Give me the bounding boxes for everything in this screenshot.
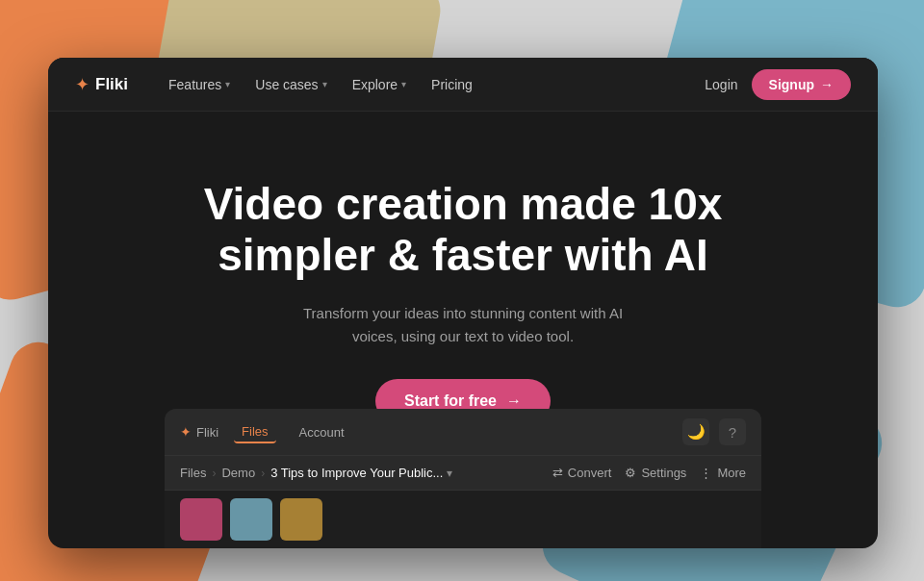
nav-item-features[interactable]: Features ▾ — [159, 71, 240, 98]
navbar: ✦ Fliki Features ▾ Use cases ▾ Explore ▾… — [48, 58, 878, 112]
chevron-down-icon-3: ▾ — [401, 79, 406, 89]
breadcrumb-files[interactable]: Files — [180, 466, 206, 480]
app-nav-right: 🌙 ? — [682, 418, 746, 445]
breadcrumb-current: 3 Tips to Improve Your Public... — [270, 466, 443, 480]
more-label: More — [717, 466, 746, 480]
content-thumb-3[interactable] — [280, 498, 322, 541]
chevron-down-icon-2: ▾ — [322, 79, 327, 89]
nav-item-explore[interactable]: Explore ▾ — [343, 71, 416, 98]
nav-item-usecases[interactable]: Use cases ▾ — [245, 71, 336, 98]
chevron-down-icon: ▾ — [225, 79, 230, 89]
app-logo-icon: ✦ — [180, 424, 192, 440]
hero-subtitle: Transform your ideas into stunning conte… — [280, 302, 646, 348]
breadcrumb-demo[interactable]: Demo — [221, 466, 255, 480]
cta-label: Start for free — [404, 392, 497, 410]
help-icon: ? — [729, 424, 736, 441]
content-thumb-2[interactable] — [230, 498, 272, 541]
breadcrumb-sep-2: › — [261, 467, 265, 480]
nav-item-pricing[interactable]: Pricing — [422, 71, 482, 98]
nav-items: Features ▾ Use cases ▾ Explore ▾ Pricing — [159, 71, 705, 98]
nav-right: Login Signup → — [705, 69, 851, 100]
app-preview: ✦ Fliki Files Account 🌙 ? Files › De — [165, 409, 761, 548]
cta-arrow-icon: → — [506, 392, 522, 410]
help-button[interactable]: ? — [719, 418, 746, 445]
more-icon: ⋮ — [700, 466, 712, 480]
content-thumb-1[interactable] — [180, 498, 222, 541]
breadcrumb-expand-icon[interactable]: ▾ — [447, 467, 452, 480]
signup-arrow-icon: → — [820, 77, 834, 92]
convert-label: Convert — [568, 466, 612, 480]
fliki-logo-icon: ✦ — [75, 74, 90, 95]
app-logo[interactable]: ✦ Fliki — [180, 424, 218, 440]
browser-window: ✦ Fliki Features ▾ Use cases ▾ Explore ▾… — [48, 58, 878, 548]
convert-icon: ⇄ — [552, 466, 563, 480]
moon-icon: 🌙 — [687, 423, 706, 441]
app-nav-account[interactable]: Account — [292, 422, 352, 442]
hero-section: Video creation made 10x simpler & faster… — [48, 112, 878, 446]
nav-explore-label: Explore — [352, 77, 398, 92]
nav-usecases-label: Use cases — [255, 77, 318, 92]
nav-logo[interactable]: ✦ Fliki — [75, 74, 128, 95]
nav-logo-text: Fliki — [95, 75, 128, 94]
more-button[interactable]: ⋮ More — [700, 466, 746, 480]
dark-mode-toggle[interactable]: 🌙 — [682, 418, 709, 445]
breadcrumb-actions: ⇄ Convert ⚙ Settings ⋮ More — [552, 466, 746, 480]
convert-button[interactable]: ⇄ Convert — [552, 466, 612, 480]
settings-label: Settings — [641, 466, 686, 480]
nav-pricing-label: Pricing — [431, 77, 473, 92]
settings-icon: ⚙ — [625, 466, 636, 480]
app-nav-files[interactable]: Files — [234, 421, 275, 443]
signup-button[interactable]: Signup → — [752, 69, 851, 100]
hero-title: Video creation made 10x simpler & faster… — [203, 179, 723, 281]
app-preview-navbar: ✦ Fliki Files Account 🌙 ? — [165, 409, 761, 456]
settings-button[interactable]: ⚙ Settings — [625, 466, 686, 480]
app-logo-text: Fliki — [196, 425, 218, 440]
app-nav-account-label: Account — [299, 425, 345, 440]
app-content — [165, 491, 761, 548]
signup-label: Signup — [769, 77, 814, 92]
login-button[interactable]: Login — [705, 77, 737, 92]
nav-features-label: Features — [168, 77, 221, 92]
app-nav-files-label: Files — [242, 424, 268, 439]
breadcrumb-sep-1: › — [212, 467, 216, 480]
app-breadcrumb: Files › Demo › 3 Tips to Improve Your Pu… — [165, 456, 761, 491]
